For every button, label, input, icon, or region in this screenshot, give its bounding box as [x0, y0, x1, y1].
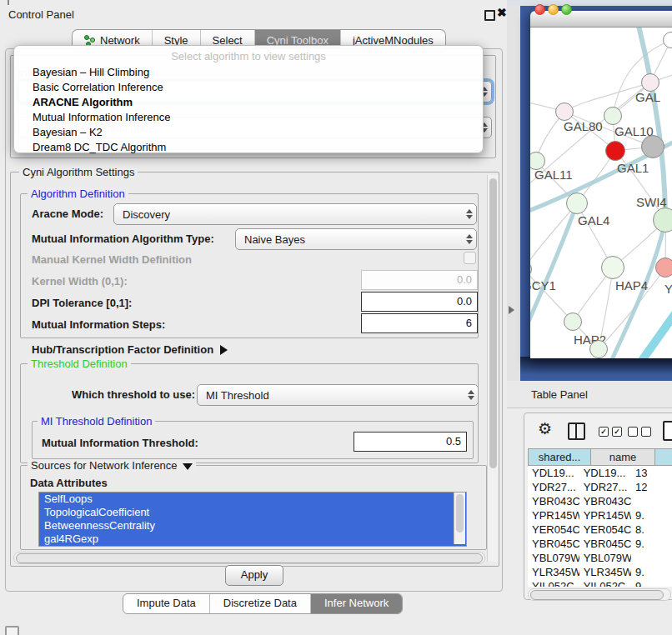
table-row[interactable]: YBR045CYBR045C9.: [528, 537, 672, 551]
table-row[interactable]: YBR043CYBR043C: [528, 494, 672, 508]
table-cell: YDL19...: [579, 466, 631, 480]
attribute-item[interactable]: TopologicalCoefficient: [39, 506, 466, 519]
algorithm-option[interactable]: Basic Correlation Inference: [19, 80, 478, 95]
algorithm-option[interactable]: ARACNE Algorithm: [19, 95, 478, 110]
network-node[interactable]: [566, 192, 588, 214]
kernel-width-field[interactable]: 0.0: [361, 270, 478, 290]
network-node[interactable]: [641, 73, 659, 92]
network-node[interactable]: [555, 102, 574, 121]
combo-stepper-icon: [463, 234, 476, 244]
tab-infer-network[interactable]: Infer Network: [311, 594, 402, 613]
network-view-window: GALGAL80GAL10GAL1GAL11GAL4SWI4GCY1HAP4YH…: [530, 11, 672, 358]
table-cell: YBR043C: [528, 494, 579, 508]
page-icon[interactable]: [663, 421, 672, 441]
mi-type-combo[interactable]: Naive Bayes: [235, 228, 477, 250]
table-cell: YBL079W: [579, 551, 631, 565]
apply-button[interactable]: Apply: [225, 565, 283, 586]
select-all-columns-icon[interactable]: ✓✓: [599, 427, 622, 437]
manual-kernel-label: Manual Kernel Width Definition: [32, 253, 192, 266]
which-threshold-label: Which threshold to use:: [72, 388, 195, 401]
combo-stepper-icon: [464, 390, 478, 400]
table-row[interactable]: YER054CYER054C8.: [528, 522, 672, 537]
network-node-label: GAL80: [564, 119, 603, 133]
column-header-a[interactable]: A: [655, 448, 672, 466]
network-node[interactable]: [564, 312, 582, 331]
close-icon[interactable]: ✖: [497, 6, 507, 19]
manual-kernel-checkbox[interactable]: [464, 252, 476, 264]
tab-discretize-data[interactable]: Discretize Data: [210, 594, 311, 613]
table-row[interactable]: YDL19...YDL19...13: [528, 466, 672, 480]
network-node[interactable]: [653, 208, 672, 232]
table-cell: YBR043C: [579, 494, 631, 508]
mac-zoom-icon[interactable]: [561, 4, 572, 15]
table-row[interactable]: YBL079WYBL079W: [528, 551, 672, 565]
split-expand-icon[interactable]: [509, 306, 514, 314]
threshold-definition-title: Threshold Definition: [28, 358, 131, 370]
network-node[interactable]: [589, 340, 608, 358]
mac-close-icon[interactable]: [534, 4, 545, 15]
network-node[interactable]: [601, 256, 624, 279]
mi-type-label: Mutual Information Algorithm Type:: [32, 232, 214, 245]
control-panel-title: Control Panel: [8, 8, 74, 21]
table-row[interactable]: YIL052CYIL052C9: [528, 579, 672, 587]
sources-group-title[interactable]: Sources for Network Inference: [28, 459, 196, 472]
aracne-mode-combo[interactable]: Discovery: [113, 203, 477, 225]
network-node-label: GAL11: [534, 168, 573, 182]
combo-stepper-icon: [463, 209, 476, 219]
settings-horizontal-scrollbar[interactable]: [13, 552, 485, 564]
top-strip: [507, 0, 672, 6]
mi-steps-field[interactable]: 6: [361, 313, 478, 333]
table-cell: [631, 551, 672, 565]
dpi-tolerance-label: DPI Tolerance [0,1]:: [32, 297, 132, 309]
collapsed-arrow-icon: [220, 345, 228, 355]
mac-minimize-icon[interactable]: [548, 4, 559, 15]
algorithm-option[interactable]: Mutual Information Inference: [19, 110, 478, 125]
gear-icon[interactable]: ⚙: [538, 421, 552, 437]
attributes-scrollbar-thumb[interactable]: [456, 494, 464, 532]
algorithm-option[interactable]: Bayesian – K2: [19, 125, 478, 140]
attribute-item[interactable]: SelfLoops: [39, 492, 466, 506]
table-row[interactable]: YPR145WYPR145W9.: [528, 508, 672, 522]
attribute-item[interactable]: BetweennessCentrality: [39, 519, 466, 532]
settings-vertical-scrollbar[interactable]: [487, 175, 499, 562]
tab-impute-data[interactable]: Impute Data: [123, 594, 210, 613]
data-attributes-list: SelfLoopsTopologicalCoefficientBetweenne…: [38, 492, 467, 547]
table-row[interactable]: YDR27...YDR27...12: [528, 480, 672, 494]
hub-definition-toggle[interactable]: Hub/Transcription Factor Definition: [32, 343, 228, 356]
table-cell: YER054C: [579, 522, 631, 537]
network-node[interactable]: [641, 135, 664, 158]
table-body: YDL19...YDL19...13YDR27...YDR27...12YBR0…: [528, 466, 672, 587]
table-cell: YDL19...: [528, 466, 579, 480]
network-node-label: SWI4: [636, 195, 667, 209]
which-threshold-combo[interactable]: MI Threshold: [197, 384, 479, 406]
dpi-tolerance-field[interactable]: 0.0: [361, 292, 478, 312]
algorithm-option[interactable]: Bayesian – Hill Climbing: [19, 65, 478, 80]
table-cell: YDR27...: [528, 480, 579, 494]
table-hscrollbar-thumb[interactable]: [530, 590, 664, 600]
column-header-name[interactable]: name: [591, 448, 655, 466]
network-node[interactable]: [604, 107, 622, 125]
network-node[interactable]: [655, 258, 672, 278]
attributes-scrollbar[interactable]: [454, 492, 465, 544]
split-pane-divider[interactable]: [507, 6, 521, 381]
table-row[interactable]: YLR345WYLR345W9.: [528, 565, 672, 579]
table-cell: YLR345W: [579, 565, 631, 579]
mi-threshold-field[interactable]: 0.5: [354, 432, 467, 452]
column-header-shared[interactable]: shared...: [528, 448, 591, 466]
table-cell: [631, 494, 672, 508]
float-window-icon[interactable]: [484, 10, 495, 21]
algorithm-option[interactable]: Dream8 DC_TDC Algorithm: [19, 140, 478, 155]
detached-panel-button[interactable]: [5, 626, 19, 635]
attribute-item[interactable]: gal4RGexp: [39, 532, 466, 546]
table-cell: YDR27...: [579, 480, 631, 494]
table-cell: YPR145W: [579, 508, 631, 522]
network-node[interactable]: [605, 141, 625, 161]
table-cell: 9.: [631, 508, 672, 522]
settings-scrollbar-thumb[interactable]: [489, 178, 497, 468]
columns-icon[interactable]: [568, 422, 585, 440]
deselect-all-columns-icon[interactable]: [628, 427, 651, 437]
popup-placeholder: Select algorithm to view settings: [14, 50, 483, 62]
network-canvas[interactable]: GALGAL80GAL10GAL1GAL11GAL4SWI4GCY1HAP4YH…: [530, 28, 672, 358]
settings-hscrollbar-thumb[interactable]: [16, 553, 483, 563]
table-horizontal-scrollbar[interactable]: [528, 588, 671, 601]
